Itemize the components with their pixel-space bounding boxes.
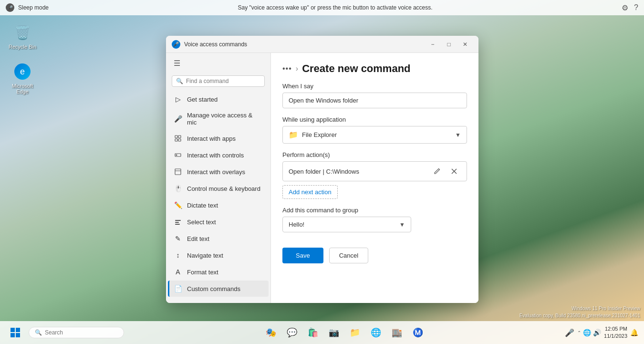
sidebar-item-interact-overlays[interactable]: Interact with overlays <box>168 164 269 180</box>
custom-commands-icon: 📄 <box>174 284 182 293</box>
sidebar-item-custom-commands[interactable]: 📄 Custom commands <box>168 281 269 297</box>
taskbar-msft-icon[interactable]: Ⓜ️ <box>408 323 427 342</box>
minimize-button[interactable]: − <box>425 38 440 51</box>
folder-icon: 📁 <box>289 130 298 139</box>
svg-point-7 <box>176 155 177 156</box>
svg-rect-5 <box>178 139 181 141</box>
search-box[interactable]: 🔍 <box>172 75 265 87</box>
breadcrumb-arrow: › <box>296 64 298 73</box>
search-bar-icon: 🔍 <box>35 329 42 336</box>
sidebar-item-select-text[interactable]: Select text <box>168 214 269 230</box>
recycle-bin-icon: 🗑️ <box>13 23 32 42</box>
taskbar-store-icon[interactable]: 🛍️ <box>303 323 322 342</box>
edit-text-icon: ✎ <box>174 234 182 243</box>
maximize-button[interactable]: □ <box>441 38 457 51</box>
sidebar-item-interact-apps[interactable]: Interact with apps <box>168 130 269 146</box>
dictate-text-icon: ✏️ <box>174 201 182 209</box>
search-input[interactable] <box>186 78 260 84</box>
taskbar-store2-icon[interactable]: 🏬 <box>387 323 406 342</box>
taskbar-edge-icon[interactable]: 🌐 <box>366 323 385 342</box>
action-row: Open folder | C:\Windows <box>282 161 467 181</box>
group-dropdown[interactable]: Hello! ▼ <box>282 217 411 232</box>
add-to-group-label: Add this command to group <box>282 207 467 214</box>
perform-actions-label: Perform action(s) <box>282 151 467 158</box>
mic-icon: 🎤 <box>6 3 14 12</box>
svg-rect-11 <box>175 222 179 223</box>
sidebar-top: ☰ <box>166 53 270 73</box>
window-app-icon: 🎤 <box>172 40 180 49</box>
settings-icon[interactable]: ⚙ <box>622 3 628 12</box>
svg-rect-16 <box>16 328 20 332</box>
main-content: ••• › Create new command When I say Whil… <box>271 53 478 303</box>
sidebar-item-control-mouse[interactable]: 🖱️ Control mouse & keyboard <box>168 180 269 197</box>
volume-icon[interactable]: 🔊 <box>593 329 601 336</box>
taskbar-photos-icon[interactable]: 📷 <box>324 323 343 342</box>
navigate-text-icon: ↕ <box>174 251 182 260</box>
desktop-icon-recycle[interactable]: 🗑️ Recycle Bin <box>6 23 39 50</box>
sidebar-item-label: Interact with overlays <box>187 168 245 176</box>
sidebar-item-dictate-text[interactable]: ✏️ Dictate text <box>168 197 269 213</box>
sidebar-item-visit-docs[interactable]: ↗ Visit online documentation <box>168 302 269 303</box>
sidebar-item-label: Select text <box>187 219 216 226</box>
interact-apps-icon <box>174 134 182 143</box>
sidebar-item-label: Navigate text <box>187 252 223 259</box>
sleep-mode-label: Sleep mode <box>18 4 49 11</box>
desktop: 🎤 Sleep mode Say "voice access wake up" … <box>0 0 644 344</box>
taskbar-apps-icon[interactable]: 🎭 <box>261 323 280 342</box>
desktop-icon-edge[interactable]: e Microsoft Edge <box>6 62 39 94</box>
window-body: ☰ 🔍 ▷ Get started 🎤 Manage voice access … <box>166 53 478 303</box>
taskbar: 🔍 🎭 💬 🛍️ 📷 📁 🌐 🏬 Ⓜ️ 🎤 ⌃ 🌐 🔊 12:05 PM 11/… <box>0 321 644 344</box>
clock[interactable]: 12:05 PM 11/1/2023 <box>604 325 627 340</box>
sidebar-item-interact-controls[interactable]: Interact with controls <box>168 147 269 163</box>
manage-voice-icon: 🎤 <box>174 115 182 123</box>
save-button[interactable]: Save <box>282 248 323 263</box>
close-button[interactable]: ✕ <box>457 38 473 51</box>
sidebar-item-format-text[interactable]: A Format text <box>168 264 269 280</box>
breadcrumb-dots[interactable]: ••• <box>282 64 292 73</box>
sidebar-item-edit-text[interactable]: ✎ Edit text <box>168 230 269 247</box>
sidebar-item-label: Control mouse & keyboard <box>187 185 260 192</box>
taskbar-fileexp-icon[interactable]: 📁 <box>345 323 364 342</box>
search-bar[interactable]: 🔍 <box>29 327 124 338</box>
control-mouse-icon: 🖱️ <box>174 184 182 193</box>
network-icon[interactable]: 🌐 <box>583 329 591 336</box>
svg-rect-17 <box>10 333 15 337</box>
sidebar-item-label: Manage voice access & mic <box>187 112 263 126</box>
notification-icon[interactable]: 🔔 <box>630 329 638 336</box>
hamburger-icon[interactable]: ☰ <box>172 57 182 70</box>
top-bar: 🎤 Sleep mode Say "voice access wake up" … <box>0 0 644 15</box>
topbar-message: Say "voice access wake up" or press the … <box>49 4 622 11</box>
add-to-group-section: Add this command to group Hello! ▼ <box>282 207 467 232</box>
svg-rect-3 <box>178 136 181 138</box>
perform-actions-section: Perform action(s) Open folder | C:\Windo… <box>282 151 467 199</box>
svg-rect-10 <box>175 220 181 221</box>
when-i-say-input[interactable] <box>282 93 467 108</box>
interact-overlays-icon <box>174 167 182 176</box>
window-controls: − □ ✕ <box>425 38 473 51</box>
svg-rect-2 <box>175 136 177 138</box>
get-started-icon: ▷ <box>174 95 182 104</box>
remove-action-button[interactable] <box>447 165 461 178</box>
help-icon[interactable]: ? <box>634 3 638 12</box>
search-input[interactable] <box>45 329 102 336</box>
action-text: Open folder | C:\Windows <box>289 168 426 175</box>
voice-access-window: 🎤 Voice access commands − □ ✕ ☰ 🔍 <box>166 36 478 303</box>
sidebar-item-label: Get started <box>187 96 218 103</box>
sidebar: ☰ 🔍 ▷ Get started 🎤 Manage voice access … <box>166 53 271 303</box>
group-chevron-icon: ▼ <box>399 221 405 228</box>
sidebar-item-navigate-text[interactable]: ↕ Navigate text <box>168 247 269 263</box>
cancel-button[interactable]: Cancel <box>329 248 368 263</box>
tray-arrow[interactable]: ⌃ <box>577 330 581 335</box>
sidebar-item-get-started[interactable]: ▷ Get started <box>168 91 269 107</box>
breadcrumb-bar: ••• › Create new command <box>282 63 467 75</box>
app-dropdown[interactable]: 📁 File Explorer ▼ <box>282 126 467 144</box>
edge-icon: e <box>13 62 32 81</box>
start-menu-icon[interactable] <box>6 323 25 342</box>
edit-action-button[interactable] <box>430 165 444 178</box>
sidebar-item-manage-voice[interactable]: 🎤 Manage voice access & mic <box>168 108 269 130</box>
taskbar-voice-icon[interactable]: 🎤 <box>565 328 574 337</box>
taskbar-teams-icon[interactable]: 💬 <box>282 323 301 342</box>
add-next-action-button[interactable]: Add next action <box>282 185 338 199</box>
window-title: Voice access commands <box>184 41 425 48</box>
taskbar-right: 🎤 ⌃ 🌐 🔊 12:05 PM 11/1/2023 🔔 <box>565 325 638 340</box>
